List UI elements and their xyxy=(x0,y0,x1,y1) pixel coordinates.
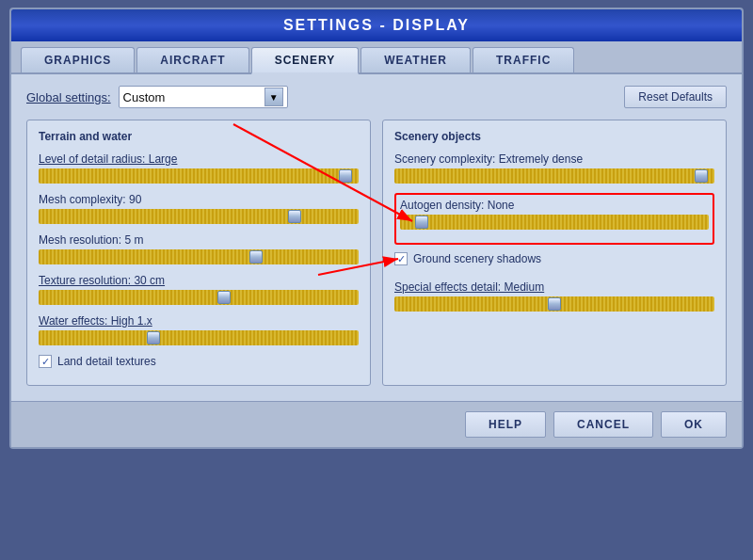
tab-graphics[interactable]: GRAPHICS xyxy=(21,47,135,72)
mesh-resolution-slider[interactable] xyxy=(39,249,359,264)
land-detail-textures-label: Land detail textures xyxy=(57,355,156,368)
autogen-density-setting: Autogen density: None xyxy=(400,199,709,230)
ok-button[interactable]: OK xyxy=(661,411,727,438)
tab-weather[interactable]: WEATHER xyxy=(360,47,471,72)
dialog-title: SETTINGS - DISPLAY xyxy=(283,17,470,33)
global-settings-label: Global settings: xyxy=(26,90,111,104)
tab-scenery[interactable]: SCENERY xyxy=(251,47,360,74)
tab-traffic[interactable]: TRAFFIC xyxy=(473,47,574,72)
scenery-complexity-setting: Scenery complexity: Extremely dense xyxy=(394,152,714,184)
ground-shadows-checkbox[interactable]: ✓ xyxy=(394,252,408,265)
autogen-density-thumb[interactable] xyxy=(415,216,428,229)
water-effects-setting: Water effects: High 1.x xyxy=(39,314,359,345)
autogen-density-box: Autogen density: None xyxy=(394,193,714,245)
texture-resolution-slider[interactable] xyxy=(39,290,359,305)
lod-radius-slider[interactable] xyxy=(39,168,359,184)
mesh-resolution-setting: Mesh resolution: 5 m xyxy=(39,233,359,264)
texture-resolution-setting: Texture resolution: 30 cm xyxy=(39,274,359,305)
cancel-button[interactable]: CANCEL xyxy=(553,411,653,438)
mesh-complexity-setting: Mesh complexity: 90 xyxy=(39,193,359,224)
special-effects-thumb[interactable] xyxy=(548,297,561,311)
land-detail-textures-row: ✓ Land detail textures xyxy=(39,355,359,368)
scenery-panel-title: Scenery objects xyxy=(394,130,714,143)
help-button[interactable]: HELP xyxy=(465,411,546,438)
mesh-complexity-thumb[interactable] xyxy=(288,210,301,223)
texture-resolution-thumb[interactable] xyxy=(217,291,231,304)
water-effects-slider[interactable] xyxy=(39,330,359,345)
tab-aircraft[interactable]: AIRCRAFT xyxy=(136,47,248,72)
ground-shadows-row: ✓ Ground scenery shadows xyxy=(394,252,714,265)
water-effects-label: Water effects: High 1.x xyxy=(39,314,359,328)
global-settings-select[interactable]: Custom ▼ xyxy=(119,86,288,108)
scenery-complexity-label: Scenery complexity: Extremely dense xyxy=(394,152,714,166)
texture-resolution-label: Texture resolution: 30 cm xyxy=(39,274,359,287)
scenery-complexity-thumb[interactable] xyxy=(695,169,708,183)
lod-radius-label: Level of detail radius: Large xyxy=(39,152,359,166)
global-settings-value: Custom xyxy=(123,90,264,104)
tab-bar: GRAPHICS AIRCRAFT SCENERY WEATHER TRAFFI… xyxy=(11,41,742,74)
special-effects-label: Special effects detail: Medium xyxy=(394,280,714,294)
terrain-panel-title: Terrain and water xyxy=(39,130,359,143)
mesh-resolution-thumb[interactable] xyxy=(249,250,263,264)
scenery-complexity-slider[interactable] xyxy=(394,168,714,184)
scenery-panel: Scenery objects Scenery complexity: Extr… xyxy=(382,120,727,386)
autogen-density-label: Autogen density: None xyxy=(400,199,709,212)
reset-defaults-button[interactable]: Reset Defaults xyxy=(624,86,727,108)
terrain-panel: Terrain and water Level of detail radius… xyxy=(26,120,371,386)
lod-radius-setting: Level of detail radius: Large xyxy=(39,152,359,184)
lod-radius-thumb[interactable] xyxy=(339,169,352,183)
water-effects-thumb[interactable] xyxy=(147,331,160,344)
ground-shadows-label: Ground scenery shadows xyxy=(413,252,541,265)
land-detail-textures-checkbox[interactable]: ✓ xyxy=(39,355,52,368)
mesh-complexity-label: Mesh complexity: 90 xyxy=(39,193,359,206)
mesh-resolution-label: Mesh resolution: 5 m xyxy=(39,233,359,247)
footer: HELP CANCEL OK xyxy=(11,401,742,447)
autogen-density-slider[interactable] xyxy=(400,215,709,230)
special-effects-setting: Special effects detail: Medium xyxy=(394,280,714,312)
mesh-complexity-slider[interactable] xyxy=(39,209,359,224)
special-effects-slider[interactable] xyxy=(394,296,714,312)
select-arrow-icon[interactable]: ▼ xyxy=(264,88,283,106)
